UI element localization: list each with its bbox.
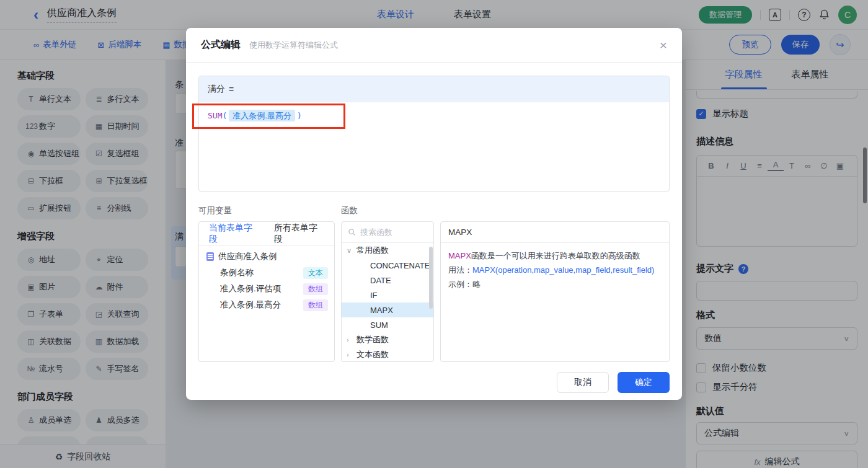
functions-panel: ∨ 常用函数 CONCATENATE DATE IF MAPX bbox=[341, 221, 434, 362]
example-label: 示例： bbox=[448, 280, 472, 289]
cancel-button[interactable]: 取消 bbox=[557, 372, 609, 393]
variable-type-badge: 数组 bbox=[303, 299, 328, 311]
open-paren: ( bbox=[222, 111, 227, 120]
function-detail-description: MAPX函数是一个可以用来进行跨表单取数的高级函数 bbox=[448, 249, 662, 263]
variable-name: 准入条例.最高分 bbox=[220, 299, 303, 311]
close-icon[interactable]: × bbox=[660, 38, 667, 51]
formula-target-header: 满分 = bbox=[199, 76, 669, 102]
variable-type-badge: 数组 bbox=[303, 283, 328, 295]
example-value: 略 bbox=[472, 280, 480, 289]
准入条例.最高分[interactable]: 准入条例.最高分 数组 bbox=[199, 297, 334, 313]
function-list-scrollbar-thumb[interactable] bbox=[429, 247, 433, 309]
variables-panel: 当前表单字段 所有表单字段 供应商准入条例 条例名称 文本 准入条例.评估项 数… bbox=[198, 221, 335, 362]
function-keyword: MAPX bbox=[448, 251, 471, 260]
modal-title: 公式编辑 bbox=[201, 38, 241, 51]
usage-signature: MAPX(operation,map_value,map_field,resul… bbox=[472, 265, 654, 275]
function-list-item[interactable]: CONCATENATE bbox=[342, 258, 433, 273]
function-list-item[interactable]: › 数学函数 bbox=[342, 332, 433, 347]
function-name: 常用函数 bbox=[356, 245, 389, 256]
function-list-item[interactable]: MAPX bbox=[342, 302, 433, 317]
function-search-input[interactable] bbox=[360, 227, 422, 237]
modal-subtitle: 使用数学运算符编辑公式 bbox=[249, 40, 338, 51]
functions-panel-label: 函数 bbox=[341, 205, 434, 216]
variable-name: 条例名称 bbox=[220, 267, 303, 278]
tab-all-form-fields[interactable]: 所有表单字段 bbox=[274, 223, 324, 245]
function-name: MAPX bbox=[370, 306, 393, 315]
function-detail-example: 示例：略 bbox=[448, 278, 662, 292]
function-name: 数学函数 bbox=[356, 334, 389, 345]
usage-label: 用法： bbox=[448, 265, 472, 275]
function-list-item[interactable]: › 文本函数 bbox=[342, 347, 433, 362]
function-name: 文本函数 bbox=[356, 349, 389, 360]
equals-sign: = bbox=[229, 84, 234, 94]
function-list-item[interactable]: DATE bbox=[342, 273, 433, 288]
variables-root-label: 供应商准入条例 bbox=[218, 251, 277, 262]
search-icon bbox=[348, 228, 356, 236]
function-detail-panel: MAPX MAPX函数是一个可以用来进行跨表单取数的高级函数 用法：MAPX(o… bbox=[440, 221, 670, 362]
准入条例.评估项[interactable]: 准入条例.评估项 数组 bbox=[199, 281, 334, 297]
条例名称[interactable]: 条例名称 文本 bbox=[199, 265, 334, 281]
form-document-icon bbox=[206, 252, 214, 261]
variable-name: 准入条例.评估项 bbox=[220, 283, 303, 294]
formula-target-field: 满分 bbox=[208, 84, 225, 95]
caret-icon: › bbox=[347, 336, 356, 343]
function-detail-usage: 用法：MAPX(operation,map_value,map_field,re… bbox=[448, 263, 662, 278]
function-list-item[interactable]: ∨ 常用函数 bbox=[342, 243, 433, 258]
formula-input-area[interactable]: SUM(准入条例.最高分) bbox=[199, 102, 669, 191]
confirm-button[interactable]: 确定 bbox=[618, 372, 670, 393]
function-detail-title: MAPX bbox=[441, 222, 669, 243]
variables-tree-root[interactable]: 供应商准入条例 bbox=[199, 245, 334, 265]
function-name: DATE bbox=[370, 276, 391, 285]
function-list-item[interactable]: SUM bbox=[342, 317, 433, 332]
variable-type-badge: 文本 bbox=[303, 267, 328, 279]
function-search-box[interactable] bbox=[342, 222, 433, 243]
tab-current-form-fields[interactable]: 当前表单字段 bbox=[209, 223, 259, 245]
formula-editor-modal: 公式编辑 使用数学运算符编辑公式 × 满分 = SUM(准入条例.最高分) 可用… bbox=[186, 28, 682, 400]
function-name: IF bbox=[370, 291, 378, 300]
formula-function-name: SUM bbox=[208, 111, 222, 120]
function-name: CONCATENATE bbox=[370, 261, 430, 270]
function-desc-text: 函数是一个可以用来进行跨表单取数的高级函数 bbox=[471, 251, 640, 260]
modal-header: 公式编辑 使用数学运算符编辑公式 × bbox=[186, 28, 682, 63]
function-name: SUM bbox=[370, 320, 388, 330]
caret-icon: ∨ bbox=[347, 247, 356, 255]
caret-icon: › bbox=[347, 351, 356, 358]
close-paren: ) bbox=[297, 111, 302, 120]
formula-editor-box: 满分 = SUM(准入条例.最高分) bbox=[198, 76, 670, 192]
variables-panel-label: 可用变量 bbox=[198, 205, 335, 216]
function-list-item[interactable]: IF bbox=[342, 288, 433, 302]
field-token-chip[interactable]: 准入条例.最高分 bbox=[229, 110, 295, 121]
